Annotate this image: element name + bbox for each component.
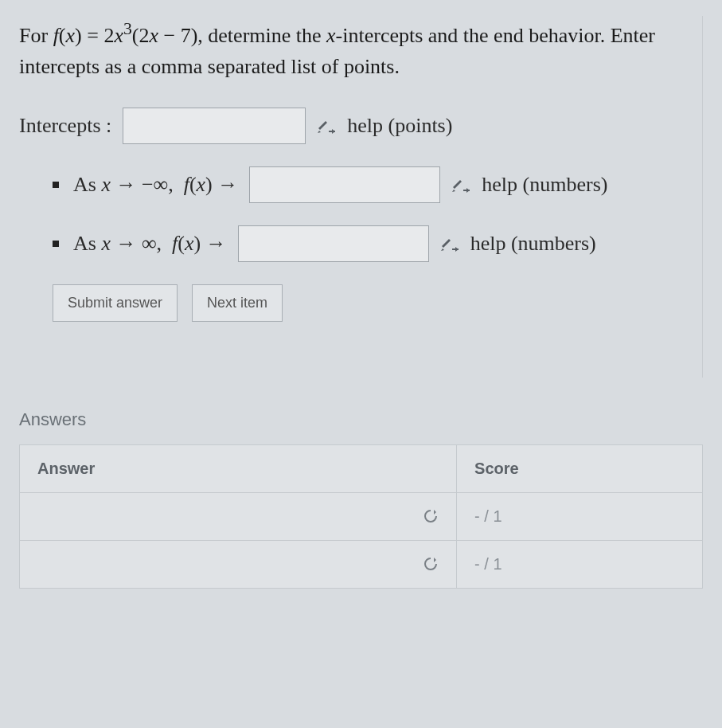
answers-section: Answers Answer Score - / 1	[19, 409, 703, 589]
help-numbers-link-1[interactable]: help (numbers)	[482, 173, 607, 197]
eb-label-2: As x → ∞, f(x) →	[73, 232, 227, 256]
table-row: - / 1	[20, 540, 703, 588]
q-middle: , determine the	[197, 24, 326, 47]
table-header-row: Answer Score	[20, 444, 703, 492]
table-row: - / 1	[20, 492, 703, 540]
refresh-icon[interactable]	[423, 508, 439, 524]
refresh-icon[interactable]	[423, 556, 439, 572]
score-cell: - / 1	[457, 540, 703, 588]
score-cell: - / 1	[457, 492, 703, 540]
end-behavior-input-2[interactable]	[238, 225, 429, 262]
intercepts-label: Intercepts :	[19, 114, 111, 138]
next-item-button[interactable]: Next item	[192, 284, 283, 322]
answer-cell	[20, 492, 457, 540]
end-behavior-row-1: As x → −∞, f(x) → help (numbers)	[53, 166, 696, 203]
equation-editor-icon[interactable]	[448, 174, 475, 196]
end-behavior-input-1[interactable]	[249, 166, 440, 203]
q-fn-def: f	[53, 24, 59, 47]
col-header-answer: Answer	[20, 444, 457, 492]
eb-label-1: As x → −∞, f(x) →	[73, 173, 238, 197]
end-behavior-row-2: As x → ∞, f(x) → help (numbers)	[53, 225, 696, 262]
help-numbers-link-2[interactable]: help (numbers)	[470, 232, 596, 256]
q-prefix: For	[19, 24, 53, 47]
question-panel: For f(x) = 2x3(2x − 7), determine the x-…	[19, 16, 703, 378]
question-text: For f(x) = 2x3(2x − 7), determine the x-…	[19, 16, 696, 82]
submit-button[interactable]: Submit answer	[53, 284, 178, 322]
col-header-score: Score	[457, 444, 703, 492]
help-points-link[interactable]: help (points)	[347, 114, 452, 138]
answers-heading: Answers	[19, 409, 703, 436]
equation-editor-icon[interactable]	[314, 115, 341, 137]
equation-editor-icon[interactable]	[437, 233, 464, 255]
intercepts-input[interactable]	[123, 108, 306, 144]
button-row: Submit answer Next item	[53, 284, 696, 322]
answers-table: Answer Score - / 1	[19, 444, 703, 589]
intercepts-row: Intercepts : help (points)	[19, 108, 696, 144]
q-var: x	[326, 24, 336, 47]
answer-cell	[20, 540, 457, 588]
